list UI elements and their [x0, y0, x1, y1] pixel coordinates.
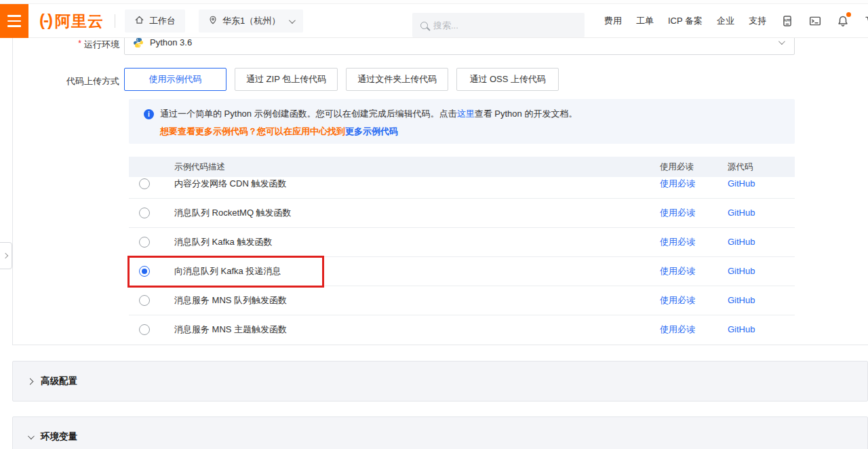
- aliyun-console-page: (-) 阿里云 工作台 华东1（杭州） 费用: [0, 0, 868, 449]
- window-top-edge: [0, 0, 868, 4]
- navbar-right: 费用 工单 ICP 备案 企业 支持 APP: [604, 4, 868, 38]
- sidebar-expander[interactable]: [0, 242, 12, 269]
- navbar-left: (-) 阿里云 工作台 华东1（杭州）: [0, 4, 303, 38]
- read-link[interactable]: 使用必读: [660, 257, 695, 286]
- radio-button[interactable]: [139, 208, 150, 218]
- nav-item-tickets[interactable]: 工单: [636, 15, 654, 27]
- docs-here-link[interactable]: 这里: [457, 109, 475, 119]
- location-pin-icon: [208, 15, 218, 27]
- chevron-down-icon: [778, 38, 785, 45]
- chevron-down-icon: [289, 17, 296, 24]
- radio-button[interactable]: [139, 295, 150, 306]
- runtime-value: Python 3.6: [150, 37, 192, 47]
- table-row[interactable]: 消息服务 MNS 主题触发函数 使用必读 GitHub: [129, 315, 795, 337]
- table-row[interactable]: 消息服务 MNS 队列触发函数 使用必读 GitHub: [129, 286, 795, 315]
- table-row[interactable]: 内容分发网络 CDN 触发函数 使用必读 GitHub: [129, 177, 795, 199]
- upload-method-label: 代码上传方式: [31, 75, 119, 87]
- python-icon: [133, 37, 144, 48]
- nav-item-enterprise[interactable]: 企业: [717, 15, 734, 27]
- advanced-config-panel: 高级配置: [12, 361, 868, 402]
- radio-button[interactable]: [139, 324, 150, 335]
- tab-oss-upload[interactable]: 通过 OSS 上传代码: [456, 68, 559, 91]
- sample-table-header: 示例代码描述 使用必读 源代码: [129, 157, 795, 177]
- info-banner: i 通过一个简单的 Python 示例创建函数。您可以在创建完成后编辑代码。点击…: [129, 99, 795, 144]
- radio-button[interactable]: [139, 178, 150, 189]
- github-link[interactable]: GitHub: [728, 315, 755, 337]
- read-link[interactable]: 使用必读: [660, 315, 695, 337]
- env-variables-panel: 环境变量: [12, 416, 868, 449]
- workbench-button[interactable]: 工作台: [125, 9, 185, 33]
- table-row-selected[interactable]: 向消息队列 Kafka 投递消息 使用必读 GitHub: [129, 257, 795, 286]
- github-link[interactable]: GitHub: [728, 257, 755, 286]
- github-link[interactable]: GitHub: [728, 228, 755, 256]
- region-selector[interactable]: 华东1（杭州）: [199, 9, 303, 33]
- upload-method-tabs: 使用示例代码 通过 ZIP 包上传代码 通过文件夹上传代码 通过 OSS 上传代…: [124, 68, 559, 91]
- region-label: 华东1（杭州）: [222, 15, 280, 27]
- nav-item-icp[interactable]: ICP 备案: [668, 15, 703, 27]
- read-link[interactable]: 使用必读: [660, 177, 695, 198]
- divider: [115, 14, 115, 28]
- app-download-icon[interactable]: APP: [781, 14, 794, 28]
- chevron-right-icon: [27, 378, 34, 385]
- global-search[interactable]: [412, 13, 585, 37]
- nav-item-billing[interactable]: 费用: [604, 15, 622, 27]
- table-row[interactable]: 消息队列 Kafka 触发函数 使用必读 GitHub: [129, 228, 795, 257]
- logo-bracket-icon: (-): [39, 11, 52, 30]
- github-link[interactable]: GitHub: [728, 286, 755, 315]
- required-asterisk: *: [78, 39, 81, 48]
- svg-text:APP: APP: [784, 18, 791, 22]
- env-variables-toggle[interactable]: 环境变量: [13, 417, 867, 449]
- read-link[interactable]: 使用必读: [660, 286, 695, 315]
- more-samples-link[interactable]: 更多示例代码: [345, 126, 398, 136]
- home-icon: [134, 15, 144, 27]
- bell-icon[interactable]: [836, 14, 850, 28]
- runtime-label: *运行环境: [31, 39, 119, 51]
- cart-icon[interactable]: [864, 14, 868, 28]
- radio-button[interactable]: [139, 237, 150, 248]
- col-header-description: 示例代码描述: [174, 161, 225, 173]
- github-link[interactable]: GitHub: [728, 177, 755, 198]
- chevron-right-icon: [3, 253, 8, 258]
- read-link[interactable]: 使用必读: [660, 199, 695, 227]
- search-input[interactable]: [433, 20, 555, 31]
- top-navbar: (-) 阿里云 工作台 华东1（杭州） 费用: [0, 4, 868, 38]
- search-icon: [420, 22, 428, 29]
- info-icon: i: [144, 109, 154, 119]
- table-row[interactable]: 消息队列 RocketMQ 触发函数 使用必读 GitHub: [129, 199, 795, 228]
- col-header-source: 源代码: [728, 161, 753, 173]
- panel-title: 环境变量: [41, 431, 77, 443]
- advanced-config-toggle[interactable]: 高级配置: [13, 362, 867, 401]
- notification-dot: [846, 12, 851, 17]
- aliyun-logo[interactable]: (-) 阿里云: [39, 11, 104, 32]
- tab-zip-upload[interactable]: 通过 ZIP 包上传代码: [235, 68, 338, 91]
- tab-folder-upload[interactable]: 通过文件夹上传代码: [346, 68, 448, 91]
- tab-sample-code[interactable]: 使用示例代码: [124, 68, 226, 91]
- terminal-icon[interactable]: [808, 14, 822, 28]
- panel-title: 高级配置: [41, 375, 77, 387]
- chevron-down-icon: [28, 433, 35, 440]
- banner-line1: i 通过一个简单的 Python 示例创建函数。您可以在创建完成后编辑代码。点击…: [144, 108, 577, 120]
- hamburger-menu-button[interactable]: [0, 4, 28, 38]
- github-link[interactable]: GitHub: [728, 199, 755, 227]
- nav-item-support[interactable]: 支持: [749, 15, 766, 27]
- sample-table-body[interactable]: 内容分发网络 CDN 触发函数 使用必读 GitHub 消息队列 RocketM…: [129, 177, 795, 337]
- logo-text: 阿里云: [55, 11, 104, 32]
- read-link[interactable]: 使用必读: [660, 228, 695, 256]
- banner-line2: 想要查看更多示例代码？您可以在应用中心找到更多示例代码: [160, 125, 398, 138]
- workbench-label: 工作台: [149, 15, 176, 27]
- col-header-read: 使用必读: [660, 161, 694, 173]
- radio-button-selected[interactable]: [139, 266, 150, 277]
